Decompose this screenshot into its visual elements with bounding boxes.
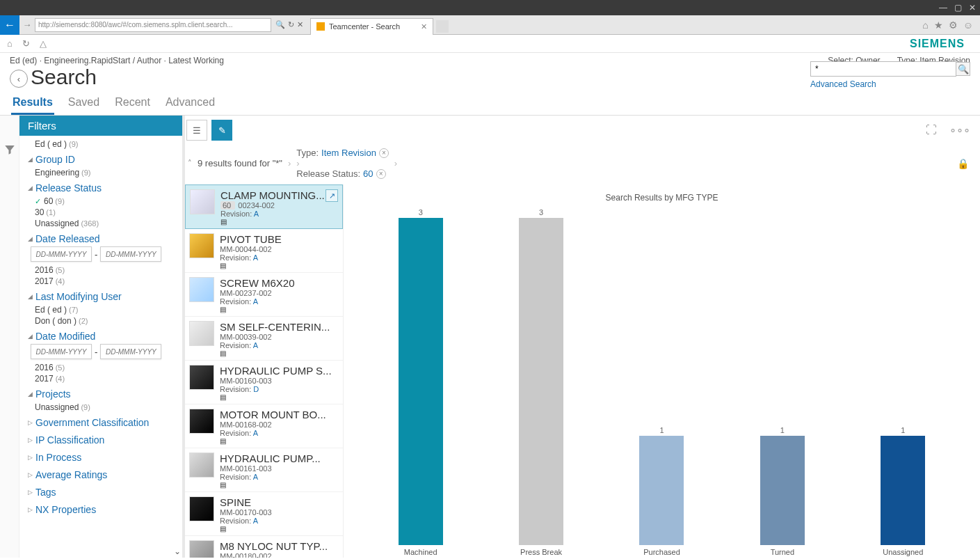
bar-column[interactable]: 1Unassigned [861,426,945,556]
nav-back-button[interactable]: ← [0,15,19,35]
window-minimize[interactable]: — [939,3,947,13]
filter-group-group-id[interactable]: Group ID [28,154,174,165]
refresh-icon[interactable]: ↻ [22,38,30,49]
result-card[interactable]: SM SELF-CENTERIN...MM-00039-002Revision:… [185,317,343,361]
filter-group-projects[interactable]: Projects [28,388,174,400]
filter-group-date-released[interactable]: Date Released [28,233,174,244]
result-card[interactable]: HYDRAULIC PUMP S...MM-00160-003Revision:… [185,361,343,404]
result-id: MM-00180-002 [220,552,339,558]
back-button[interactable]: ‹ [10,70,28,88]
filter-item[interactable]: Don ( don )(2) [28,315,174,326]
filter-group-tags[interactable]: Tags [28,487,174,498]
thumbnail [189,409,214,434]
filter-icon[interactable] [3,143,16,156]
tab-advanced[interactable]: Advanced [164,93,216,115]
flag-icon: ▤ [220,218,338,226]
address-controls: 🔍 ↻ ✕ [271,20,307,29]
bar-category-label: Turned [771,548,794,556]
window-restore[interactable]: ▢ [954,3,962,13]
filter-item[interactable]: 2016(5) [28,362,174,373]
nav-forward-button[interactable]: → [19,19,35,30]
bar-chart: 3Machined3Press Break1Purchased1Turned1U… [353,208,970,558]
filters-panel: Filters Ed ( ed ) (9) Group IDEngineerin… [19,116,185,558]
filter-group-nx-properties[interactable]: NX Properties [28,504,174,515]
result-revision: Revision: A [220,253,339,262]
result-card[interactable]: HYDRAULIC PUMP...MM-00161-003Revision: A… [185,448,343,492]
results-row: CLAMP MOUNTING...60 00234-002Revision: A… [185,184,980,558]
filter-item[interactable]: 30(1) [28,207,174,218]
more-icon[interactable]: ∘∘∘ [945,124,974,137]
result-card[interactable]: MOTOR MOUNT BO...MM-00168-002Revision: A… [185,404,343,448]
stop-icon[interactable]: ✕ [297,20,303,29]
date-range: - [28,344,174,359]
date-from-input[interactable] [31,344,92,359]
filter-group-ip-classification[interactable]: IP Classification [28,434,174,446]
date-from-input[interactable] [31,246,92,262]
search-input[interactable] [810,61,956,77]
bar [399,218,443,545]
app-sub-toolbar: ⌂ ↻ △ SIEMENS [0,35,980,53]
search-icon[interactable]: 🔍 [275,20,285,29]
remove-filter-icon[interactable]: × [376,169,386,179]
result-card[interactable]: SCREW M6X20MM-00237-002Revision: A▤ [185,273,343,317]
tab-close-icon[interactable]: ✕ [421,22,427,31]
filter-item[interactable]: Unassigned(368) [28,218,174,229]
new-tab-button[interactable] [436,20,449,33]
filter-item[interactable]: Unassigned(9) [28,402,174,413]
open-icon[interactable]: ↗ [326,189,338,202]
filter-group-in-process[interactable]: In Process [28,452,174,463]
home-icon[interactable]: ⌂ [7,38,13,49]
result-card[interactable]: SPINEMM-00170-003Revision: A▤ [185,492,343,536]
flag-icon: ▤ [220,306,339,313]
filter-group-average-ratings[interactable]: Average Ratings [28,469,174,480]
filter-item[interactable]: ✓60(9) [28,196,174,207]
browser-fav-icon[interactable]: ★ [934,19,943,31]
browser-home-icon[interactable]: ⌂ [922,19,928,31]
result-revision: Revision: A [220,517,339,525]
filter-item[interactable]: 2017(4) [28,276,174,287]
bar-column[interactable]: 3Machined [379,208,463,556]
tab-title: Teamcenter - Search [329,22,400,31]
bar-category-label: Purchased [643,548,680,556]
bar-column[interactable]: 1Purchased [620,426,703,556]
browser-settings-icon[interactable]: ⚙ [949,19,958,31]
remove-filter-icon[interactable]: × [379,148,389,158]
filter-item[interactable]: 2016(5) [28,265,174,276]
lock-icon[interactable]: 🔒 [957,158,974,169]
browser-tab[interactable]: Teamcenter - Search ✕ [310,18,433,35]
scroll-down-icon[interactable]: ⌄ [174,546,181,556]
tab-saved[interactable]: Saved [67,93,101,115]
refresh-icon[interactable]: ↻ [288,20,294,29]
advanced-search-link[interactable]: Advanced Search [810,79,876,89]
result-card[interactable]: PIVOT TUBEMM-00044-002Revision: A▤ [185,229,343,273]
search-submit-icon[interactable]: 🔍 [956,62,970,76]
result-title: HYDRAULIC PUMP... [220,452,339,464]
filter-group-government-classification[interactable]: Government Classification [28,417,174,428]
tab-results[interactable]: Results [11,93,54,115]
bar-column[interactable]: 1Turned [741,426,824,556]
date-to-input[interactable] [100,246,161,262]
window-close[interactable]: ✕ [969,3,976,13]
collapse-icon[interactable]: ˄ [188,159,192,168]
filter-item[interactable]: Ed ( ed )(7) [28,304,174,315]
filter-owner-item[interactable]: Ed ( ed ) (9) [28,139,174,150]
tab-recent[interactable]: Recent [113,93,152,115]
address-bar[interactable]: http://siemensdc:8080/awc/#/com.siemens.… [35,18,271,32]
list-view-button[interactable]: ☰ [186,120,207,141]
browser-feedback-icon[interactable]: ☺ [963,19,973,31]
filter-group-last-modifying-user[interactable]: Last Modifying User [28,291,174,302]
date-to-input[interactable] [100,344,161,359]
filter-group-date-modified[interactable]: Date Modified [28,331,174,342]
date-range: - [28,246,174,262]
result-card[interactable]: M8 NYLOC NUT TYP...MM-00180-002Revision:… [185,536,343,558]
results-list: CLAMP MOUNTING...60 00234-002Revision: A… [185,184,344,558]
notifications-icon[interactable]: △ [40,38,47,49]
chart-view-button[interactable]: ✎ [211,120,232,141]
filter-item[interactable]: 2017(4) [28,373,174,384]
result-card[interactable]: CLAMP MOUNTING...60 00234-002Revision: A… [185,184,343,229]
filter-group-release-status[interactable]: Release Status [28,182,174,194]
filter-item[interactable]: Engineering(9) [28,167,174,178]
result-id: MM-00168-002 [220,420,339,429]
expand-icon[interactable]: ⛶ [922,124,941,136]
bar-column[interactable]: 3Press Break [499,208,583,556]
